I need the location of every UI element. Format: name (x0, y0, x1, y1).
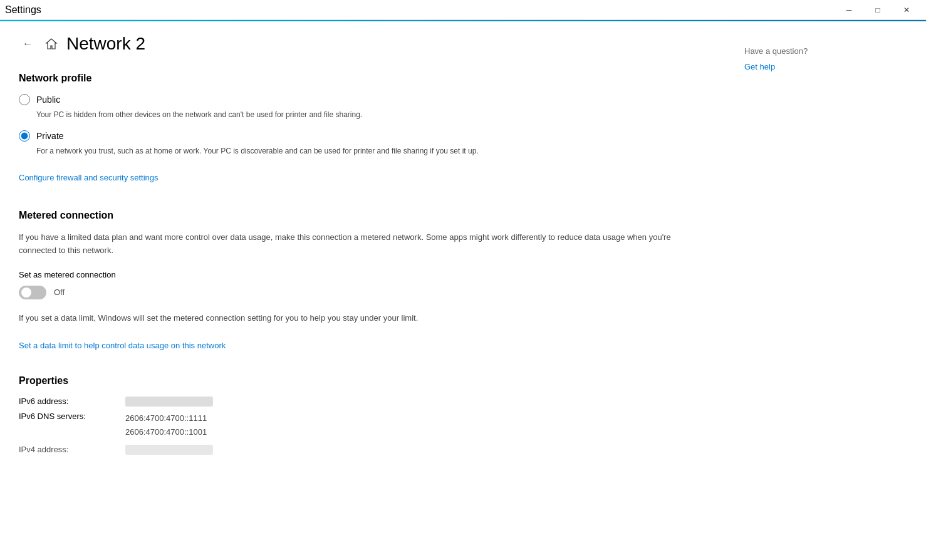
page-header: ← Network 2 (19, 34, 700, 54)
properties-title: Properties (19, 375, 700, 386)
table-row: IPv6 address: (19, 397, 700, 407)
maximize-button[interactable]: □ (863, 0, 892, 20)
table-row: IPv6 DNS servers: 2606:4700:4700::111126… (19, 412, 700, 439)
ipv4-address-key: IPv4 address: (19, 445, 125, 454)
title-bar: Settings ─ □ ✕ (0, 0, 926, 20)
table-row: IPv4 address: (19, 445, 700, 455)
public-radio-label[interactable]: Public (19, 94, 700, 105)
title-bar-left: Settings (0, 4, 41, 16)
help-title: Have a question? (744, 46, 907, 56)
back-button[interactable]: ← (19, 35, 36, 53)
minimize-button[interactable]: ─ (835, 0, 863, 20)
toggle-thumb (21, 288, 31, 298)
private-radio[interactable] (19, 130, 30, 142)
home-icon (45, 38, 58, 50)
get-help-link[interactable]: Get help (744, 62, 775, 71)
metered-connection-section: Metered connection If you have a limited… (19, 210, 700, 365)
metered-description: If you have a limited data plan and want… (19, 231, 700, 257)
ipv6-dns-value: 2606:4700:4700::11112606:4700:4700::1001 (125, 412, 207, 439)
public-label: Public (36, 95, 60, 105)
page-title: Network 2 (66, 34, 145, 54)
private-option: Private For a network you trust, such as… (19, 130, 700, 157)
metered-toggle[interactable] (19, 286, 46, 299)
firewall-link[interactable]: Configure firewall and security settings (19, 173, 159, 182)
content-wrapper: ← Network 2 Network profile Public Your … (0, 21, 926, 560)
public-radio[interactable] (19, 94, 30, 105)
title-bar-title: Settings (5, 4, 41, 16)
title-bar-controls: ─ □ ✕ (835, 0, 921, 20)
toggle-label: Set as metered connection (19, 270, 700, 279)
private-description: For a network you trust, such as at home… (36, 145, 700, 157)
main-content: ← Network 2 Network profile Public Your … (0, 21, 726, 560)
data-limit-link[interactable]: Set a data limit to help control data us… (19, 341, 226, 350)
private-radio-label[interactable]: Private (19, 130, 700, 142)
toggle-state-label: Off (54, 288, 65, 297)
metered-note: If you set a data limit, Windows will se… (19, 312, 700, 325)
private-label: Private (36, 131, 64, 141)
close-button[interactable]: ✕ (892, 0, 921, 20)
ipv4-address-value (125, 445, 213, 455)
ipv6-address-value (125, 397, 213, 407)
properties-section: Properties IPv6 address: IPv6 DNS server… (19, 375, 700, 454)
back-arrow-icon: ← (23, 38, 33, 49)
metered-connection-title: Metered connection (19, 210, 700, 221)
help-section: Have a question? Get help (744, 46, 907, 72)
ipv6-dns-key: IPv6 DNS servers: (19, 412, 125, 421)
network-profile-section: Network profile Public Your PC is hidden… (19, 73, 700, 197)
public-description: Your PC is hidden from other devices on … (36, 109, 700, 120)
ipv6-address-key: IPv6 address: (19, 397, 125, 406)
public-option: Public Your PC is hidden from other devi… (19, 94, 700, 120)
toggle-track (19, 286, 46, 299)
network-profile-title: Network profile (19, 73, 700, 84)
toggle-row: Off (19, 286, 700, 299)
right-sidebar: Have a question? Get help (726, 21, 926, 560)
